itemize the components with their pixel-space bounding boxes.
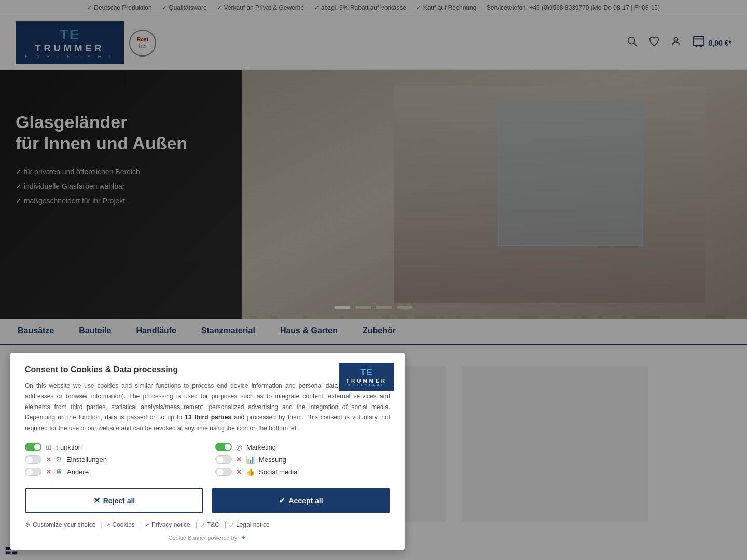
cookie-cat-marketing: ◎ Marketing — [215, 443, 390, 451]
cookie-title: Consent to Cookies & Data processing — [25, 365, 390, 374]
footer-legal-label: Legal notice — [236, 521, 270, 528]
reject-all-button[interactable]: ✕ Reject all — [25, 488, 203, 513]
toggle-track-einstellungen — [25, 455, 42, 464]
footer-tc-label: T&C — [207, 521, 219, 528]
cookie-footer: ⚙ Customize your choice | ↗ Cookies | ↗ … — [25, 521, 390, 528]
toggle-messung[interactable] — [215, 455, 232, 464]
cookie-cat-einstellungen: ✕ ⚙ Einstellungen — [25, 455, 200, 464]
cat-x-icon-einstellungen: ✕ — [46, 456, 51, 464]
cat-target-icon: ◎ — [236, 443, 242, 451]
gear-icon: ⚙ — [25, 521, 31, 528]
toggle-andere[interactable] — [25, 468, 42, 476]
cookie-cat-funktion: ⊞ Funktion — [25, 443, 200, 451]
cat-x-icon-andere: ✕ — [46, 468, 51, 476]
cookie-banner: TE TRUMMER EDELSTAHL Consent to Cookies … — [10, 353, 405, 550]
cookie-logo: TE TRUMMER EDELSTAHL — [339, 363, 394, 391]
link-icon-cookies: ↗ — [106, 522, 110, 528]
cat-label-einstellungen: Einstellungen — [66, 456, 107, 464]
footer-customize-label: Customize your choice — [33, 521, 95, 528]
footer-legal[interactable]: ↗ Legal notice — [229, 521, 270, 528]
toggle-marketing[interactable] — [215, 443, 232, 451]
toggle-track-andere — [25, 468, 42, 476]
cookie-text: On this website we use cookies and simil… — [25, 381, 390, 433]
toggle-funktion[interactable] — [25, 443, 42, 451]
reject-x-icon: ✕ — [93, 496, 100, 506]
accept-all-button[interactable]: ✓ Accept all — [212, 488, 390, 513]
footer-customize[interactable]: ⚙ Customize your choice — [25, 521, 95, 528]
toggle-track-funktion — [25, 443, 42, 451]
cookie-logo-sub: EDELSTAHL — [348, 384, 385, 387]
cookie-buttons: ✕ Reject all ✓ Accept all — [25, 488, 390, 513]
cookie-overlay: TE TRUMMER EDELSTAHL Consent to Cookies … — [0, 0, 747, 560]
cat-label-funktion: Funktion — [56, 443, 82, 451]
link-icon-privacy: ↗ — [145, 522, 149, 528]
cat-x-icon-social: ✕ — [236, 468, 242, 476]
cat-display-icon: 🖥 — [56, 468, 63, 476]
powered-icon: ✦ — [241, 534, 246, 541]
cat-x-icon-messung: ✕ — [236, 456, 242, 464]
toggle-track-marketing — [215, 443, 232, 451]
toggle-track-social — [215, 468, 232, 476]
cat-analytics-icon: 📊 — [246, 455, 255, 464]
footer-privacy-label: Privacy notice — [151, 521, 190, 528]
cat-label-andere: Andere — [67, 468, 89, 476]
footer-sep-4: | — [225, 521, 226, 528]
link-icon-legal: ↗ — [229, 522, 234, 528]
accept-check-icon: ✓ — [279, 496, 285, 506]
cookie-cat-messung: ✕ 📊 Messung — [215, 455, 390, 464]
footer-sep-1: | — [101, 521, 102, 528]
cookie-powered: Cookie Banner powered by ✦ — [25, 534, 390, 541]
footer-cookies[interactable]: ↗ Cookies — [106, 521, 135, 528]
cat-grid-icon: ⊞ — [46, 443, 52, 451]
cookie-third-parties: 13 third parties — [185, 414, 231, 421]
footer-sep-2: | — [140, 521, 142, 528]
link-icon-tc: ↗ — [200, 522, 205, 528]
cookie-cat-social: ✕ 👍 Social media — [215, 468, 390, 476]
reject-label: Reject all — [103, 497, 135, 505]
cookie-categories: ⊞ Funktion ◎ Marketing — [25, 443, 390, 476]
powered-text: Cookie Banner powered by — [169, 535, 238, 541]
cookie-cat-andere: ✕ 🖥 Andere — [25, 468, 200, 476]
toggle-einstellungen[interactable] — [25, 455, 42, 464]
toggle-track-messung — [215, 455, 232, 464]
cat-label-social: Social media — [259, 468, 297, 476]
cookie-logo-te: TE — [360, 367, 373, 378]
cat-like-icon: 👍 — [246, 468, 255, 476]
accept-label: Accept all — [288, 497, 323, 505]
footer-tc[interactable]: ↗ T&C — [200, 521, 219, 528]
cat-label-messung: Messung — [259, 456, 286, 464]
toggle-social[interactable] — [215, 468, 232, 476]
footer-cookies-label: Cookies — [113, 521, 135, 528]
cat-sliders-icon: ⚙ — [56, 455, 62, 464]
footer-privacy[interactable]: ↗ Privacy notice — [145, 521, 190, 528]
cat-label-marketing: Marketing — [246, 443, 276, 451]
footer-sep-3: | — [196, 521, 197, 528]
cookie-logo-name: TRUMMER — [346, 378, 387, 384]
